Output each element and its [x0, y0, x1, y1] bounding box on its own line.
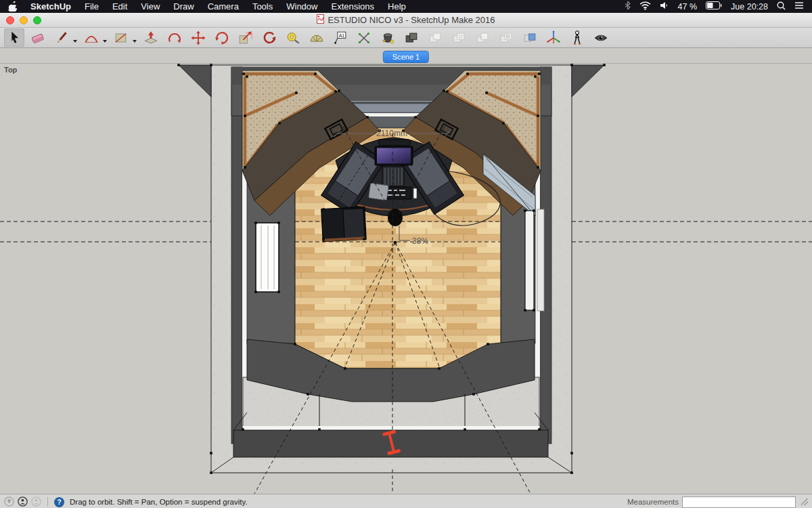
menu-help[interactable]: Help — [381, 1, 413, 12]
subwoofer-boxes[interactable] — [321, 207, 366, 241]
minimize-button[interactable] — [20, 16, 28, 24]
line-tool-dropdown[interactable] — [73, 40, 77, 43]
menu-camera[interactable]: Camera — [201, 1, 246, 12]
menu-clock[interactable]: Jue 20:28 — [731, 2, 768, 12]
rectangle-tool-dropdown[interactable] — [133, 40, 137, 43]
arc-tool-dropdown[interactable] — [103, 40, 107, 43]
desk-item-white[interactable] — [413, 188, 417, 198]
rotate-tool-button[interactable] — [212, 28, 232, 47]
computer-display[interactable] — [375, 146, 413, 165]
menu-window[interactable]: Window — [279, 1, 324, 12]
eraser-tool-button[interactable] — [28, 28, 48, 47]
line-tool-button[interactable] — [51, 28, 72, 47]
view-orientation-label: Top — [4, 66, 17, 74]
menu-sketchup[interactable]: SketchUp — [24, 1, 78, 12]
svg-text:38%: 38% — [412, 236, 428, 246]
offset-tool-button[interactable] — [259, 28, 279, 47]
document-icon — [317, 14, 324, 26]
resize-grip[interactable] — [801, 499, 808, 505]
listener-head[interactable] — [388, 209, 403, 226]
menu-bar: SketchUp File Edit View Draw Camera Tool… — [0, 0, 812, 13]
menu-extensions[interactable]: Extensions — [324, 1, 381, 12]
axes-tool-button[interactable] — [354, 28, 374, 47]
battery-percent: 47 % — [678, 2, 698, 12]
desk-pad[interactable] — [369, 183, 389, 200]
volume-icon[interactable] — [660, 1, 669, 12]
menu-edit[interactable]: Edit — [106, 1, 134, 12]
scene-tab[interactable]: Scene 1 — [383, 51, 429, 63]
make-component-tool-button[interactable] — [401, 28, 422, 47]
zoom-button[interactable] — [33, 16, 41, 24]
tape-measure-tool-button[interactable] — [283, 28, 303, 47]
model-viewport[interactable]: 2110mm — [0, 48, 812, 494]
title-bar[interactable]: ESTUDIO NICO v3 - SketchUp Make 2016 — [0, 13, 812, 28]
mixing-console[interactable] — [382, 167, 404, 186]
position-camera-tool-button[interactable] — [543, 28, 564, 47]
text-tool-button[interactable]: A1 — [330, 28, 351, 47]
measurements-label: Measurements — [627, 498, 679, 506]
menu-tools[interactable]: Tools — [246, 1, 279, 12]
notification-center-icon[interactable] — [794, 1, 804, 12]
paint-bucket-tool-button[interactable] — [378, 28, 398, 47]
arc-tool-button[interactable] — [81, 28, 102, 47]
svg-text:2110mm: 2110mm — [376, 129, 407, 138]
spotlight-icon[interactable] — [777, 1, 786, 12]
close-button[interactable] — [6, 16, 14, 24]
status-hint: Drag to orbit. Shift = Pan, Option = sus… — [70, 498, 248, 506]
sketchup-window: SketchUp File Edit View Draw Camera Tool… — [0, 0, 812, 508]
measurements-input[interactable] — [682, 496, 796, 508]
scale-tool-button[interactable] — [235, 28, 256, 47]
follow-me-tool-button[interactable] — [164, 28, 185, 47]
component-blue-tool-button[interactable] — [520, 28, 540, 47]
walk-tool-button[interactable] — [567, 28, 587, 47]
window-title: ESTUDIO NICO v3 - SketchUp Make 2016 — [328, 15, 495, 25]
apple-menu-icon[interactable] — [7, 1, 24, 12]
model-canvas[interactable]: 2110mm — [0, 48, 812, 494]
svg-text:A1: A1 — [339, 33, 345, 37]
move-tool-button[interactable] — [188, 28, 208, 47]
component-tool-3-button[interactable] — [449, 28, 469, 47]
rectangle-tool-button[interactable] — [111, 28, 131, 47]
wifi-icon[interactable] — [639, 1, 651, 12]
menu-file[interactable]: File — [78, 1, 106, 12]
protractor-tool-button[interactable] — [307, 28, 327, 47]
component-tool-4-button[interactable] — [472, 28, 493, 47]
geolocation-icon[interactable] — [4, 496, 14, 508]
menu-view[interactable]: View — [134, 1, 166, 12]
credit-icon[interactable] — [18, 496, 28, 508]
listening-point[interactable] — [394, 241, 397, 244]
push-pull-tool-button[interactable] — [141, 28, 161, 47]
help-icon[interactable]: ? — [54, 497, 64, 507]
select-tool-button[interactable] — [4, 28, 24, 47]
menu-draw[interactable]: Draw — [166, 1, 200, 12]
monitor-shelf[interactable] — [379, 140, 410, 146]
toolbar: A1 — [0, 28, 812, 48]
component-tool-2-button[interactable] — [425, 28, 445, 47]
component-tool-5-button[interactable] — [496, 28, 516, 47]
statusbar-divider — [47, 497, 48, 507]
sign-in-icon[interactable] — [31, 496, 41, 508]
bluetooth-icon[interactable] — [625, 1, 631, 12]
battery-icon[interactable] — [706, 1, 722, 12]
look-around-tool-button[interactable] — [591, 28, 611, 47]
status-bar: ? Drag to orbit. Shift = Pan, Option = s… — [0, 494, 812, 508]
